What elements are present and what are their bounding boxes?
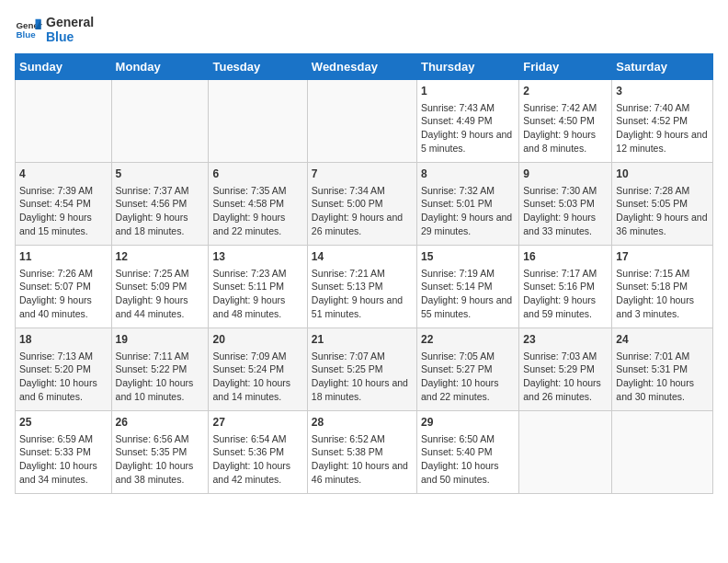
cell-content: Daylight: 9 hours and 18 minutes. (116, 211, 205, 237)
calendar-cell: 29Sunrise: 6:50 AMSunset: 5:40 PMDayligh… (416, 411, 518, 494)
calendar-cell: 22Sunrise: 7:05 AMSunset: 5:27 PMDayligh… (416, 328, 518, 411)
cell-content: Sunset: 4:54 PM (19, 197, 108, 211)
cell-content: Sunset: 4:58 PM (212, 197, 302, 211)
cell-content: Sunset: 5:11 PM (212, 280, 302, 293)
day-number: 14 (312, 249, 413, 265)
cell-content: Sunrise: 7:40 AM (616, 101, 709, 115)
cell-content: Sunset: 5:16 PM (523, 280, 608, 293)
calendar-cell: 24Sunrise: 7:01 AMSunset: 5:31 PMDayligh… (612, 328, 713, 411)
cell-content: Daylight: 9 hours and 40 minutes. (19, 293, 108, 320)
calendar-cell (307, 80, 416, 163)
day-number: 3 (616, 84, 709, 99)
day-number: 10 (616, 167, 709, 182)
calendar-cell: 11Sunrise: 7:26 AMSunset: 5:07 PMDayligh… (16, 246, 112, 328)
cell-content: Sunrise: 7:17 AM (523, 267, 608, 281)
cell-content: Sunrise: 6:56 AM (116, 432, 205, 446)
calendar-cell (519, 411, 612, 494)
cell-content: Sunset: 5:20 PM (19, 362, 108, 376)
cell-content: Sunrise: 7:05 AM (421, 350, 515, 363)
cell-content: Daylight: 9 hours and 33 minutes. (523, 211, 608, 237)
day-number: 4 (19, 167, 108, 182)
day-header-saturday: Saturday (612, 54, 713, 80)
cell-content: Daylight: 9 hours and 59 minutes. (523, 293, 608, 320)
calendar-cell: 4Sunrise: 7:39 AMSunset: 4:54 PMDaylight… (16, 163, 112, 246)
week-row-1: 1Sunrise: 7:43 AMSunset: 4:49 PMDaylight… (16, 80, 713, 163)
cell-content: Sunset: 4:49 PM (421, 114, 515, 128)
cell-content: Sunrise: 7:21 AM (312, 267, 413, 281)
calendar-cell: 18Sunrise: 7:13 AMSunset: 5:20 PMDayligh… (16, 328, 112, 411)
day-number: 23 (523, 332, 608, 348)
cell-content: Sunset: 5:31 PM (616, 362, 709, 376)
cell-content: Daylight: 9 hours and 51 minutes. (312, 293, 413, 320)
day-number: 6 (212, 167, 302, 182)
cell-content: Sunset: 5:09 PM (116, 280, 205, 293)
calendar-cell: 10Sunrise: 7:28 AMSunset: 5:05 PMDayligh… (612, 163, 713, 246)
week-row-4: 18Sunrise: 7:13 AMSunset: 5:20 PMDayligh… (16, 328, 713, 411)
cell-content: Sunrise: 7:39 AM (19, 184, 108, 198)
calendar-cell: 9Sunrise: 7:30 AMSunset: 5:03 PMDaylight… (519, 163, 612, 246)
cell-content: Daylight: 10 hours and 34 minutes. (19, 459, 108, 486)
cell-content: Sunrise: 7:09 AM (212, 350, 302, 363)
day-header-wednesday: Wednesday (307, 54, 416, 80)
cell-content: Daylight: 10 hours and 10 minutes. (116, 376, 205, 403)
day-number: 27 (212, 415, 302, 431)
calendar-cell (612, 411, 713, 494)
cell-content: Sunrise: 7:28 AM (616, 184, 709, 198)
cell-content: Daylight: 10 hours and 22 minutes. (421, 376, 515, 403)
cell-content: Daylight: 10 hours and 42 minutes. (212, 459, 302, 486)
calendar-cell (209, 80, 307, 163)
day-number: 28 (312, 415, 413, 431)
cell-content: Sunrise: 6:52 AM (312, 432, 413, 446)
calendar-cell: 27Sunrise: 6:54 AMSunset: 5:36 PMDayligh… (209, 411, 307, 494)
day-number: 8 (421, 167, 515, 182)
calendar-cell: 25Sunrise: 6:59 AMSunset: 5:33 PMDayligh… (16, 411, 112, 494)
cell-content: Daylight: 9 hours and 5 minutes. (421, 128, 515, 155)
cell-content: Sunset: 5:29 PM (523, 362, 608, 376)
cell-content: Daylight: 9 hours and 48 minutes. (212, 293, 302, 320)
cell-content: Sunset: 5:33 PM (19, 445, 108, 459)
cell-content: Daylight: 9 hours and 12 minutes. (616, 128, 709, 155)
cell-content: Sunrise: 7:30 AM (523, 184, 608, 198)
day-number: 25 (19, 415, 108, 431)
calendar-cell: 8Sunrise: 7:32 AMSunset: 5:01 PMDaylight… (416, 163, 518, 246)
cell-content: Sunset: 5:40 PM (421, 445, 515, 459)
cell-content: Sunrise: 7:19 AM (421, 267, 515, 281)
day-number: 13 (212, 249, 302, 265)
calendar-table: SundayMondayTuesdayWednesdayThursdayFrid… (15, 53, 713, 494)
cell-content: Sunset: 5:14 PM (421, 280, 515, 293)
cell-content: Sunrise: 7:13 AM (19, 350, 108, 363)
cell-content: Sunrise: 7:43 AM (421, 101, 515, 115)
calendar-cell: 1Sunrise: 7:43 AMSunset: 4:49 PMDaylight… (416, 80, 518, 163)
calendar-cell: 2Sunrise: 7:42 AMSunset: 4:50 PMDaylight… (519, 80, 612, 163)
cell-content: Sunrise: 7:32 AM (421, 184, 515, 198)
cell-content: Sunrise: 6:59 AM (19, 432, 108, 446)
cell-content: Sunrise: 7:35 AM (212, 184, 302, 198)
cell-content: Sunrise: 7:34 AM (312, 184, 413, 198)
cell-content: Sunset: 5:24 PM (212, 362, 302, 376)
cell-content: Sunrise: 7:23 AM (212, 267, 302, 281)
cell-content: Sunrise: 6:54 AM (212, 432, 302, 446)
calendar-cell: 16Sunrise: 7:17 AMSunset: 5:16 PMDayligh… (519, 246, 612, 328)
day-number: 29 (421, 415, 515, 431)
logo-icon: General Blue (15, 16, 42, 43)
cell-content: Sunrise: 7:01 AM (616, 350, 709, 363)
week-row-5: 25Sunrise: 6:59 AMSunset: 5:33 PMDayligh… (16, 411, 713, 494)
cell-content: Daylight: 9 hours and 8 minutes. (523, 128, 608, 155)
logo-blue: Blue (46, 29, 94, 44)
day-number: 15 (421, 249, 515, 265)
calendar-cell: 17Sunrise: 7:15 AMSunset: 5:18 PMDayligh… (612, 246, 713, 328)
cell-content: Sunrise: 7:07 AM (312, 350, 413, 363)
cell-content: Sunrise: 7:25 AM (116, 267, 205, 281)
cell-content: Sunset: 5:00 PM (312, 197, 413, 211)
cell-content: Daylight: 9 hours and 22 minutes. (212, 211, 302, 237)
svg-text:Blue: Blue (17, 29, 37, 40)
calendar-cell: 23Sunrise: 7:03 AMSunset: 5:29 PMDayligh… (519, 328, 612, 411)
calendar-cell: 6Sunrise: 7:35 AMSunset: 4:58 PMDaylight… (209, 163, 307, 246)
cell-content: Daylight: 10 hours and 26 minutes. (523, 376, 608, 403)
cell-content: Daylight: 10 hours and 18 minutes. (312, 376, 413, 403)
calendar-cell (16, 80, 112, 163)
week-row-3: 11Sunrise: 7:26 AMSunset: 5:07 PMDayligh… (16, 246, 713, 328)
cell-content: Daylight: 9 hours and 26 minutes. (312, 211, 413, 237)
day-number: 22 (421, 332, 515, 348)
cell-content: Daylight: 9 hours and 55 minutes. (421, 293, 515, 320)
